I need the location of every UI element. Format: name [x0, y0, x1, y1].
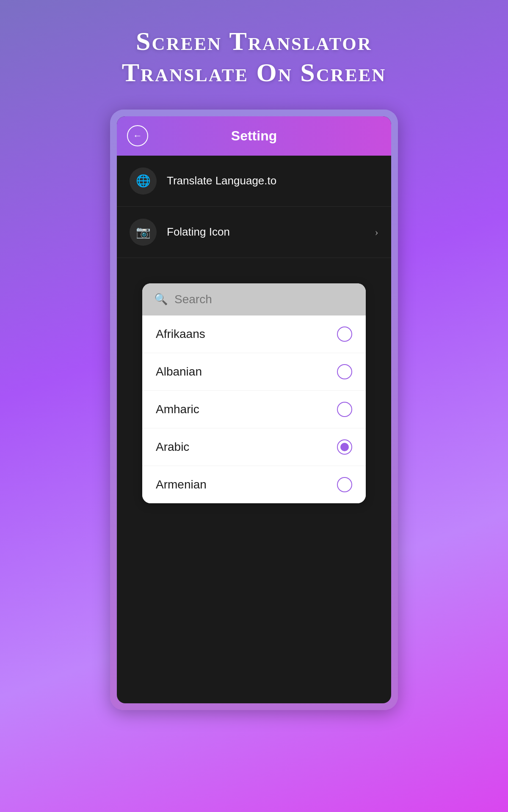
chevron-right-icon: ›	[375, 226, 378, 239]
setting-item-translate-language[interactable]: 🌐 Translate Language.to	[117, 156, 391, 207]
translate-language-icon-circle: 🌐	[130, 167, 157, 195]
language-dropdown-card: 🔍 Afrikaans Albanian Amharic	[142, 283, 366, 503]
language-name-armenian: Armenian	[156, 478, 207, 491]
app-title-line2: Translate On Screen	[122, 58, 387, 87]
search-icon: 🔍	[154, 293, 168, 306]
phone-inner: ← Setting 🌐 Translate Language.to 📷 Fola…	[117, 116, 391, 703]
globe-icon: 🌐	[136, 174, 151, 188]
translate-language-label: Translate Language.to	[167, 174, 378, 187]
back-arrow-icon: ←	[133, 130, 142, 141]
header: ← Setting	[117, 116, 391, 156]
language-item-afrikaans[interactable]: Afrikaans	[142, 315, 366, 353]
radio-afrikaans[interactable]	[337, 326, 352, 342]
language-item-amharic[interactable]: Amharic	[142, 391, 366, 428]
language-item-albanian[interactable]: Albanian	[142, 353, 366, 391]
language-dropdown-container: 🔍 Afrikaans Albanian Amharic	[117, 258, 391, 537]
language-name-afrikaans: Afrikaans	[156, 327, 205, 341]
language-item-arabic[interactable]: Arabic	[142, 428, 366, 466]
header-title: Setting	[231, 128, 277, 144]
floating-icon-circle: 📷	[130, 219, 157, 246]
settings-list: 🌐 Translate Language.to 📷 Folating Icon …	[117, 156, 391, 258]
radio-amharic[interactable]	[337, 402, 352, 417]
app-title-line1: Screen Translator	[136, 27, 372, 55]
app-title: Screen Translator Translate On Screen	[105, 25, 403, 88]
back-button[interactable]: ←	[127, 125, 148, 146]
camera-icon: 📷	[136, 225, 151, 239]
floating-icon-label: Folating Icon	[167, 225, 375, 239]
setting-item-floating-icon[interactable]: 📷 Folating Icon ›	[117, 207, 391, 258]
language-list: Afrikaans Albanian Amharic Arabic	[142, 315, 366, 503]
language-name-albanian: Albanian	[156, 365, 202, 379]
search-bar: 🔍	[142, 283, 366, 315]
language-name-amharic: Amharic	[156, 403, 199, 416]
radio-arabic[interactable]	[337, 439, 352, 455]
search-input[interactable]	[174, 293, 354, 306]
radio-albanian[interactable]	[337, 364, 352, 379]
radio-armenian[interactable]	[337, 477, 352, 492]
phone-container: ← Setting 🌐 Translate Language.to 📷 Fola…	[110, 110, 398, 710]
language-item-armenian[interactable]: Armenian	[142, 466, 366, 503]
language-name-arabic: Arabic	[156, 440, 189, 454]
